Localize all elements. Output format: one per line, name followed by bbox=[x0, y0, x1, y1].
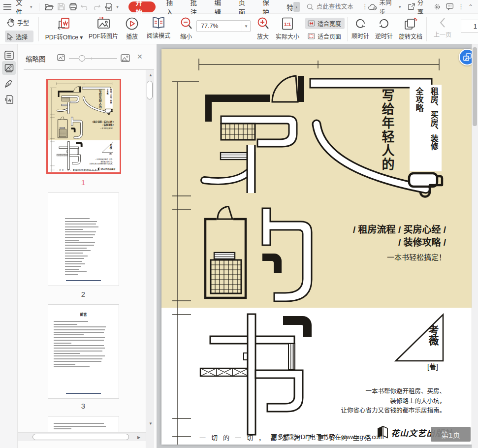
top-dimension-line bbox=[196, 58, 442, 71]
menu-bar: 文件 ▾ ▾ 开始 插入 批注 编辑 页面 保护 特 › ⋮ 未同步 ▾ 分享 bbox=[0, 0, 478, 14]
prev-page-button[interactable]: 上一页 bbox=[431, 17, 454, 38]
scroll-up-icon[interactable]: ▲ bbox=[149, 73, 153, 77]
cover-description: 一本书帮你避开租房、买房、 装修路上的大小坑， 让你省心省力又省钱的都市乐居指南… bbox=[89, 159, 113, 165]
fit-width-button[interactable]: 适合宽度 bbox=[305, 18, 345, 29]
tab-protect[interactable]: 保护 bbox=[256, 0, 281, 14]
rail-outline-button[interactable] bbox=[2, 48, 16, 62]
description-line-1: 一本书帮你避开租房、买房、 bbox=[341, 387, 446, 397]
tab-home[interactable]: 开始 bbox=[128, 1, 156, 12]
hamburger-menu-icon[interactable] bbox=[0, 0, 15, 14]
redo-icon[interactable] bbox=[91, 1, 102, 13]
sync-status[interactable]: 未同步 bbox=[380, 0, 396, 16]
zoom-level-combobox[interactable]: 77.7% ▼ bbox=[196, 20, 251, 32]
quickbar-caret-icon[interactable]: ▾ bbox=[116, 4, 119, 9]
rotate-cw-button[interactable]: 顺时针 bbox=[350, 17, 371, 40]
print-icon[interactable] bbox=[67, 1, 79, 13]
open-folder-icon[interactable] bbox=[43, 1, 55, 13]
rotate-doc-label: 旋转文档 bbox=[399, 32, 422, 40]
hand-tool-button[interactable]: 手型 bbox=[7, 18, 29, 27]
pdf-to-image-button[interactable]: PDF转图片 bbox=[88, 17, 119, 40]
tab-features[interactable]: 特 bbox=[281, 0, 294, 14]
search-input[interactable] bbox=[317, 3, 362, 10]
author-name: 考薇 bbox=[109, 144, 112, 151]
cover-art-shu bbox=[56, 140, 84, 170]
sync-caret-icon[interactable]: ▾ bbox=[399, 4, 401, 9]
play-button[interactable]: 播放 bbox=[122, 17, 142, 40]
collapse-ribbon-icon[interactable]: ⌃ bbox=[468, 3, 473, 10]
rotate-ccw-label: 逆时针 bbox=[375, 32, 393, 40]
page-number-input[interactable] bbox=[461, 20, 478, 32]
search-options-icon[interactable]: ⋮ bbox=[362, 3, 368, 10]
fit-page-button[interactable]: 适合页面 bbox=[305, 31, 345, 41]
thumbnail-page-3[interactable]: 前言 bbox=[48, 304, 119, 399]
tab-edit[interactable]: 编辑 bbox=[209, 0, 233, 14]
paint-roller-icon bbox=[408, 171, 444, 206]
pdf-page-1[interactable]: 写给年轻人的 租房、买房、装修 全攻略 / 租房流程 / 买房心经 / / 装修… bbox=[161, 49, 472, 445]
divider bbox=[24, 69, 154, 70]
actual-size-button[interactable]: 1:1 实际大小 bbox=[274, 17, 301, 40]
cover-art-shu bbox=[197, 309, 318, 438]
panel-vertical-scrollbar[interactable]: ▲ ▼ bbox=[146, 70, 154, 448]
rotate-ccw-button[interactable]: 逆时针 bbox=[373, 17, 395, 40]
sidebar-rail bbox=[0, 44, 18, 448]
preface-title: 前言 bbox=[48, 305, 119, 317]
watermark-text: 更多精彩PDF电子书尽在www.xgv5.com bbox=[271, 432, 384, 441]
thumbnail-page-2[interactable] bbox=[48, 192, 119, 286]
scroll-right-icon[interactable]: ▶ bbox=[137, 435, 140, 440]
slider-knob[interactable] bbox=[79, 55, 85, 62]
pdf-to-office-button[interactable]: PDF转Office ▾ bbox=[42, 17, 86, 41]
zoom-caret-icon[interactable]: ▼ bbox=[242, 21, 250, 32]
cloud-unsynced-icon[interactable] bbox=[368, 3, 377, 10]
reading-mode-button[interactable]: 阅读模式 bbox=[144, 17, 173, 39]
play-label: 播放 bbox=[126, 32, 138, 40]
slogan-line-3: 一本书轻松搞定！ bbox=[353, 252, 446, 262]
zoom-in-button[interactable]: 放大 bbox=[254, 17, 272, 40]
publisher-block: 花山文艺出版社 bbox=[97, 167, 115, 170]
cover-vertical-title: 写给年轻人的 bbox=[378, 89, 396, 177]
undo-icon[interactable] bbox=[79, 1, 91, 13]
rail-thumbnails-button[interactable] bbox=[2, 61, 16, 75]
thumbnail-cover-clone: 写给年轻人的 租房、买房、装修 全攻略 / 租房流程 / 买房心经 / / 装修… bbox=[48, 80, 120, 172]
toolbar: 手型 选择 PDF转Office ▾ PDF转图片 播放 阅读模式 缩小 77.… bbox=[0, 14, 478, 44]
rail-export-button[interactable] bbox=[2, 93, 16, 106]
document-scroll-thumb[interactable] bbox=[473, 47, 477, 126]
top-dimension-line bbox=[56, 82, 113, 85]
share-icon[interactable] bbox=[408, 3, 415, 10]
settings-gear-icon[interactable] bbox=[434, 3, 441, 11]
select-tool-button[interactable]: 选择 bbox=[5, 31, 33, 42]
thumbnail-page-3-preview bbox=[48, 317, 119, 367]
save-icon[interactable] bbox=[55, 1, 67, 13]
feedback-comment-icon[interactable] bbox=[446, 3, 453, 10]
thumbnails-icon bbox=[4, 64, 14, 73]
tab-insert[interactable]: 插入 bbox=[160, 0, 185, 14]
tab-comment[interactable]: 批注 bbox=[185, 0, 209, 14]
panel-vertical-scroll-thumb[interactable] bbox=[147, 81, 153, 99]
page-indicator-badge: 第1页 bbox=[431, 427, 471, 442]
more-options-icon[interactable]: ⋮ bbox=[458, 3, 464, 10]
svg-text:1:1: 1:1 bbox=[284, 21, 291, 27]
thumbnail-page-3-number: 3 bbox=[46, 402, 120, 410]
thumbnail-page-4[interactable] bbox=[48, 416, 119, 434]
share-label[interactable]: 分享 bbox=[417, 0, 428, 16]
tab-page[interactable]: 页面 bbox=[232, 0, 256, 14]
thumbnail-larger-icon[interactable] bbox=[121, 54, 130, 64]
thumbnail-size-slider[interactable] bbox=[69, 58, 117, 59]
close-panel-icon[interactable]: ✕ bbox=[137, 53, 143, 61]
thumbnail-page-1[interactable]: 写给年轻人的 租房、买房、装修 全攻略 / 租房流程 / 买房心经 / / 装修… bbox=[46, 79, 121, 174]
zoom-out-button[interactable]: 缩小 bbox=[177, 17, 195, 40]
scroll-down-icon[interactable]: ▼ bbox=[149, 421, 153, 426]
panel-horizontal-scroll-thumb[interactable] bbox=[32, 434, 129, 440]
slogan-line-2: / 装修攻略 / bbox=[92, 124, 114, 127]
rail-annotations-button[interactable] bbox=[2, 77, 16, 91]
divider bbox=[39, 3, 39, 11]
thumbnail-watermark-line bbox=[66, 393, 101, 394]
find-text-box[interactable]: ⋮ bbox=[307, 3, 368, 10]
prev-page-chevron-icon bbox=[439, 17, 446, 28]
thumbnail-page-1-preview: 写给年轻人的 租房、买房、装修 全攻略 / 租房流程 / 买房心经 / / 装修… bbox=[48, 80, 120, 172]
more-tabs-button[interactable]: › bbox=[293, 2, 300, 12]
thumbnail-smaller-icon[interactable] bbox=[57, 54, 65, 63]
export-doc-icon[interactable] bbox=[102, 1, 114, 13]
thumbnail-page-4-preview bbox=[48, 416, 119, 429]
rotate-doc-button[interactable]: 旋转文档 bbox=[397, 17, 424, 40]
search-icon bbox=[307, 3, 314, 10]
